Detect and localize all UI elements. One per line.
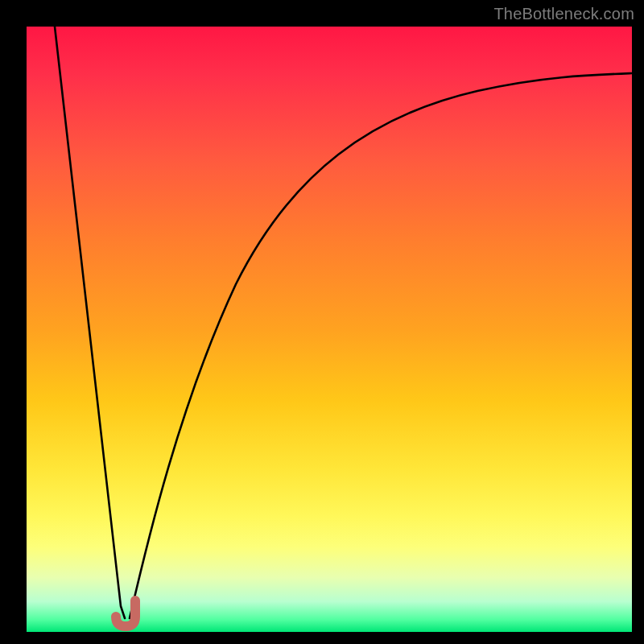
plot-area bbox=[27, 27, 632, 632]
curve-left-branch bbox=[55, 27, 125, 618]
optimal-marker-j-icon bbox=[116, 601, 135, 626]
bottleneck-curve bbox=[27, 27, 632, 632]
chart-frame: TheBottleneck.com bbox=[0, 0, 644, 644]
watermark-text: TheBottleneck.com bbox=[493, 5, 634, 23]
curve-right-branch bbox=[130, 73, 632, 618]
